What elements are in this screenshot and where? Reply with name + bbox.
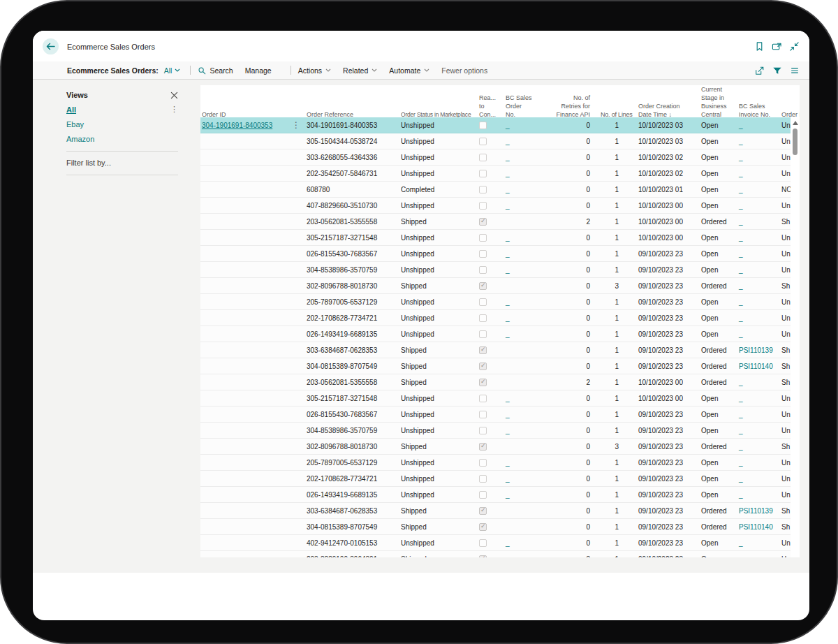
bc-sales-order-link[interactable]: _ <box>506 186 534 193</box>
view-selector[interactable]: All <box>164 66 181 75</box>
bc-sales-invoice-link[interactable]: PSI110140 <box>739 523 779 531</box>
scroll-up-arrow[interactable] <box>793 121 798 125</box>
bc-sales-order-link[interactable]: _ <box>506 122 534 129</box>
table-row[interactable]: 202-1708628-7734721Unshipped_0109/10/202… <box>200 310 791 326</box>
bc-sales-order-link[interactable]: _ <box>506 395 534 402</box>
table-row[interactable]: 304-1901691-8400353⋮304-1901691-8400353U… <box>200 117 791 133</box>
vertical-scroll-thumb[interactable] <box>793 129 797 155</box>
bc-sales-order-link[interactable]: _ <box>506 170 534 177</box>
table-row[interactable]: 305-1504344-0538724Unshipped_0110/10/202… <box>200 133 791 149</box>
open-window-icon[interactable] <box>772 41 782 52</box>
table-row[interactable]: 302-8096788-8018730Shipped0309/10/2023 2… <box>200 439 791 455</box>
bc-sales-invoice-link[interactable]: PSI110140 <box>739 363 779 370</box>
bc-sales-order-link[interactable]: _ <box>506 475 534 483</box>
table-row[interactable]: 608780Completed_0110/10/2023 01:29Open_N… <box>200 182 791 198</box>
table-row[interactable]: 303-6384687-0628353Shipped0109/10/2023 2… <box>200 503 791 519</box>
bc-sales-invoice-link[interactable]: _ <box>739 395 779 402</box>
bc-sales-invoice-link[interactable]: _ <box>739 539 779 547</box>
bc-sales-invoice-link[interactable]: _ <box>739 330 779 338</box>
table-row[interactable]: 305-2157187-3271548Unshipped_0110/10/202… <box>200 230 791 246</box>
bc-sales-order-link[interactable]: _ <box>506 234 534 242</box>
bc-sales-order-link[interactable]: _ <box>506 266 534 274</box>
table-row[interactable]: 203-0562081-5355558Shipped2110/10/2023 0… <box>200 374 791 390</box>
share-icon[interactable] <box>755 66 765 75</box>
table-row[interactable]: 203-0562081-5355558Shipped2110/10/2023 0… <box>200 214 791 230</box>
table-row[interactable]: 407-8829660-3510730Unshipped_0110/10/202… <box>200 198 791 214</box>
bc-sales-invoice-link[interactable]: _ <box>739 443 779 451</box>
bc-sales-order-link[interactable]: _ <box>506 459 534 467</box>
table-row[interactable]: 303-6268055-4364336Unshipped_0110/10/202… <box>200 149 791 166</box>
fewer-options-button[interactable]: Fewer options <box>441 66 487 75</box>
bc-sales-order-link[interactable]: _ <box>506 298 534 306</box>
bc-sales-order-link[interactable]: _ <box>506 427 534 434</box>
back-button[interactable] <box>43 38 59 54</box>
table-row[interactable]: 304-0815389-8707549Shipped0109/10/2023 2… <box>200 519 791 535</box>
bc-sales-invoice-link[interactable]: _ <box>739 170 779 177</box>
view-options-icon[interactable]: ⋮ <box>170 105 178 113</box>
bc-sales-invoice-link[interactable]: PSI110139 <box>739 346 779 354</box>
table-row[interactable]: 205-7897005-6537129Unshipped_0109/10/202… <box>200 455 791 471</box>
bc-sales-invoice-link[interactable]: _ <box>739 379 779 386</box>
vertical-scrollbar[interactable] <box>791 117 800 548</box>
filter-icon[interactable] <box>772 66 782 75</box>
bc-sales-order-link[interactable]: _ <box>506 250 534 258</box>
table-row[interactable]: 202-3542507-5846731Unshipped_0110/10/202… <box>200 166 791 182</box>
bc-sales-invoice-link[interactable]: _ <box>739 475 779 483</box>
view-item-all[interactable]: All⋮ <box>66 102 178 117</box>
table-row[interactable]: 303-6384687-0628353Shipped0109/10/2023 2… <box>200 342 791 358</box>
bc-sales-invoice-link[interactable]: _ <box>739 234 779 242</box>
bc-sales-invoice-link[interactable]: _ <box>739 250 779 258</box>
table-row[interactable]: 203-8889100-3964301Shipped3109/10/2023 2… <box>200 551 791 557</box>
bc-sales-order-link[interactable]: _ <box>506 539 534 547</box>
bc-sales-order-link[interactable]: _ <box>506 314 534 322</box>
bc-sales-order-link[interactable]: _ <box>506 411 534 418</box>
view-item-ebay[interactable]: Ebay <box>66 117 178 131</box>
bc-sales-invoice-link[interactable]: _ <box>739 411 779 418</box>
table-row[interactable]: 304-8538986-3570759Unshipped_0109/10/202… <box>200 262 791 278</box>
row-options-icon[interactable]: ⋮ <box>292 121 305 129</box>
collapse-icon[interactable] <box>789 41 800 52</box>
bc-sales-invoice-link[interactable]: _ <box>739 282 779 290</box>
bc-sales-order-link[interactable]: _ <box>506 138 534 145</box>
close-icon[interactable] <box>170 92 178 99</box>
table-row[interactable]: 026-8155430-7683567Unshipped_0109/10/202… <box>200 407 791 423</box>
bc-sales-order-link[interactable]: _ <box>506 491 534 499</box>
bc-sales-order-link[interactable]: _ <box>506 202 534 210</box>
order-id-link[interactable]: 304-1901691-8400353 <box>202 122 272 129</box>
automate-menu[interactable]: Automate <box>389 66 429 75</box>
actions-menu[interactable]: Actions <box>298 66 331 75</box>
table-row[interactable]: 304-8538986-3570759Unshipped_0109/10/202… <box>200 423 791 439</box>
related-menu[interactable]: Related <box>343 66 377 75</box>
bc-sales-invoice-link[interactable]: _ <box>739 138 779 145</box>
bc-sales-invoice-link[interactable]: _ <box>739 266 779 274</box>
table-row[interactable]: 202-1708628-7734721Unshipped_0109/10/202… <box>200 471 791 487</box>
bc-sales-invoice-link[interactable]: _ <box>739 314 779 322</box>
bc-sales-invoice-link[interactable]: PSI110139 <box>739 507 779 515</box>
view-item-amazon[interactable]: Amazon <box>66 131 178 146</box>
bookmark-icon[interactable] <box>754 41 765 52</box>
table-row[interactable]: 305-2157187-3271548Unshipped_0110/10/202… <box>200 390 791 407</box>
bc-sales-invoice-link[interactable]: _ <box>739 491 779 499</box>
bc-sales-order-link[interactable]: _ <box>506 330 534 338</box>
bc-sales-invoice-link[interactable]: _ <box>739 555 779 558</box>
table-row[interactable]: 304-0815389-8707549Shipped0109/10/2023 2… <box>200 358 791 374</box>
search-button[interactable]: Search <box>198 66 233 75</box>
manage-button[interactable]: Manage <box>245 66 272 75</box>
bc-sales-invoice-link[interactable]: _ <box>739 122 779 129</box>
bc-sales-invoice-link[interactable]: _ <box>739 427 779 434</box>
bc-sales-invoice-link[interactable]: _ <box>739 186 779 193</box>
bc-sales-invoice-link[interactable]: _ <box>739 202 779 210</box>
filter-list-by-link[interactable]: Filter list by... <box>66 156 178 170</box>
bc-sales-invoice-link[interactable]: _ <box>739 298 779 306</box>
table-row[interactable]: 026-1493419-6689135Unshipped_0109/10/202… <box>200 326 791 342</box>
bc-sales-invoice-link[interactable]: _ <box>739 459 779 467</box>
table-row[interactable]: 026-8155430-7683567Unshipped_0109/10/202… <box>200 246 791 262</box>
bc-sales-invoice-link[interactable]: _ <box>739 154 779 161</box>
table-row[interactable]: 402-9412470-0105153Unshipped_0109/10/202… <box>200 535 791 551</box>
table-row[interactable]: 026-1493419-6689135Unshipped_0109/10/202… <box>200 487 791 503</box>
table-row[interactable]: 205-7897005-6537129Unshipped_0109/10/202… <box>200 294 791 310</box>
bc-sales-invoice-link[interactable]: _ <box>739 218 779 226</box>
bc-sales-order-link[interactable]: _ <box>506 154 534 161</box>
table-row[interactable]: 302-8096788-8018730Shipped0309/10/2023 2… <box>200 278 791 294</box>
list-icon[interactable] <box>790 66 800 75</box>
